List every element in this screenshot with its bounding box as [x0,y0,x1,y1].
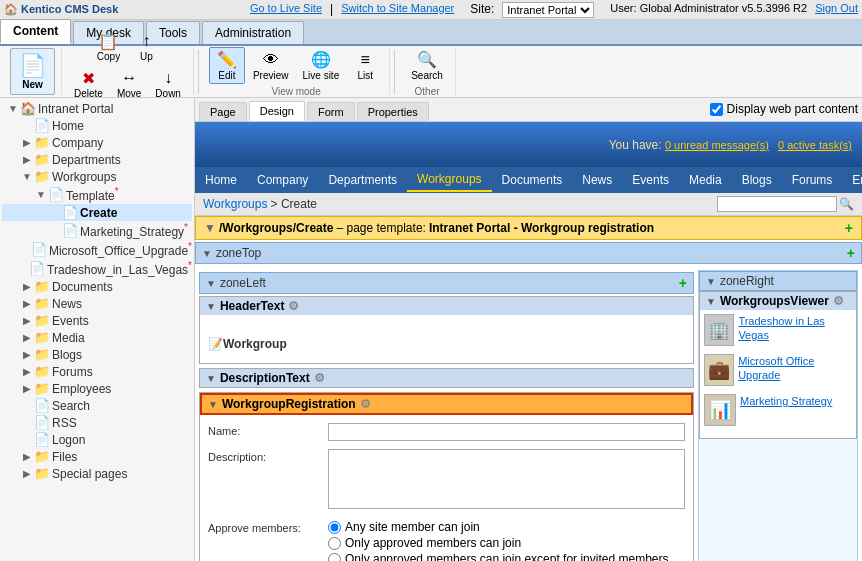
registration-settings-icon[interactable]: ⚙ [360,397,371,411]
search-icon[interactable]: 🔍 [839,197,854,211]
nav-news[interactable]: News [572,169,622,191]
live-site-button[interactable]: 🌐 Live site [297,47,346,84]
nav-forums[interactable]: Forums [782,169,843,191]
form-description-row: Description: [208,449,685,512]
sidebar-item-logon[interactable]: 📄 Logon [2,431,192,448]
sidebar-item-files[interactable]: ▶ 📁 Files [2,448,192,465]
search-button[interactable]: 🔍 Search [405,47,449,84]
sidebar-item-rss[interactable]: 📄 RSS [2,414,192,431]
up-button[interactable]: ↑ Up [128,28,164,65]
folder-icon: 📁 [34,152,50,167]
sidebar-item-create[interactable]: 📄 Create [2,204,192,221]
toggle-icon: ▶ [20,298,34,309]
zone-top-collapse[interactable]: ▼ [202,248,212,259]
viewer-settings-icon[interactable]: ⚙ [833,294,844,308]
zone-right-collapse[interactable]: ▼ [706,276,716,287]
sidebar-item-media[interactable]: ▶ 📁 Media [2,329,192,346]
sidebar-item-departments[interactable]: ▶ 📁 Departments [2,151,192,168]
zone-right-area: ▼ zoneRight ▼ WorkgroupsViewer ⚙ [698,270,858,561]
sidebar-item-search[interactable]: 📄 Search [2,397,192,414]
nav-home[interactable]: Home [195,169,247,191]
search-input[interactable] [717,196,837,212]
sidebar-item-events[interactable]: ▶ 📁 Events [2,312,192,329]
registration-label: WorkgroupRegistration [222,397,356,411]
folder-icon: 📁 [34,135,50,150]
approve-radio-1[interactable] [328,521,341,534]
sidebar-item-employees[interactable]: ▶ 📁 Employees [2,380,192,397]
sidebar-item-blogs[interactable]: ▶ 📁 Blogs [2,346,192,363]
zone-top-left: ▼ zoneTop [202,246,261,260]
nav-blogs[interactable]: Blogs [732,169,782,191]
preview-button[interactable]: 👁 Preview [247,47,295,84]
sidebar-item-home[interactable]: 📄 Home [2,117,192,134]
workgroup-link-2[interactable]: Microsoft Office Upgrade [738,355,814,381]
form-name-field [328,423,685,441]
move-button[interactable]: ↔ Move [111,65,147,102]
sidebar-item-tradeshow[interactable]: 📄 Tradeshow_in_Las_Vegas* [2,259,192,278]
go-to-live-site-link[interactable]: Go to Live Site [250,2,322,18]
folder-icon: 📁 [34,313,50,328]
delete-button[interactable]: ✖ Delete [68,65,109,102]
tab-form[interactable]: Form [307,102,355,121]
descriptiontext-settings-icon[interactable]: ⚙ [314,371,325,385]
add-template-icon[interactable]: + [845,220,853,236]
sidebar-label-home: Home [52,119,84,133]
sidebar-item-news[interactable]: ▶ 📁 News [2,295,192,312]
sidebar-label-microsoft: Microsoft_Office_Upgrade* [49,241,192,258]
new-button[interactable]: 📄 New [10,48,55,95]
nav-workgroups[interactable]: Workgroups [407,168,491,192]
headertext-settings-icon[interactable]: ⚙ [288,299,299,313]
zone-left-add-icon[interactable]: + [679,275,687,291]
form-approve-row: Approve members: Any site member can joi… [208,520,685,561]
approve-label-3: Only approved members can join except fo… [345,552,668,561]
zone-right-label: zoneRight [720,274,774,288]
sidebar-item-special-pages[interactable]: ▶ 📁 Special pages [2,465,192,482]
folder-icon: 📁 [34,449,50,464]
sidebar-item-marketing[interactable]: 📄 Marketing_Strategy* [2,221,192,240]
switch-to-site-manager-link[interactable]: Switch to Site Manager [341,2,454,18]
zone-left-collapse[interactable]: ▼ [206,278,216,289]
nav-employees[interactable]: Employees [842,169,862,191]
active-tasks-link[interactable]: 0 active task(s) [778,139,852,151]
edit-button[interactable]: ✏️ Edit [209,47,245,84]
form-description-field [328,449,685,512]
workgroup-heading: 📝Workgroup [204,319,689,359]
nav-departments[interactable]: Departments [318,169,407,191]
sign-out-link[interactable]: Sign Out [815,2,858,18]
breadcrumb-workgroups-link[interactable]: Workgroups [203,197,267,211]
tab-properties[interactable]: Properties [357,102,429,121]
descriptiontext-collapse[interactable]: ▼ [206,373,216,384]
sidebar-item-intranet-portal[interactable]: ▼ 🏠 Intranet Portal [2,100,192,117]
nav-tab-content[interactable]: Content [0,19,71,44]
sidebar-label-marketing: Marketing_Strategy* [80,222,188,239]
sidebar-item-workgroups[interactable]: ▼ 📁 Workgroups [2,168,192,185]
site-select[interactable]: Intranet Portal [502,2,594,18]
form-name-input[interactable] [328,423,685,441]
unread-messages-link[interactable]: 0 unread message(s) [665,139,769,151]
nav-media[interactable]: Media [679,169,732,191]
workgroup-link-3[interactable]: Marketing Strategy [740,395,832,407]
viewer-collapse[interactable]: ▼ [706,296,716,307]
approve-radio-2[interactable] [328,537,341,550]
copy-button[interactable]: 📋 Copy [90,28,126,65]
display-webpart-checkbox[interactable] [710,103,723,116]
form-description-textarea[interactable] [328,449,685,509]
sidebar-item-forums[interactable]: ▶ 📁 Forums [2,363,192,380]
tab-design[interactable]: Design [249,101,305,121]
tab-page[interactable]: Page [199,102,247,121]
zone-top-add-icon[interactable]: + [847,245,855,261]
list-button[interactable]: ≡ List [347,47,383,84]
headertext-collapse[interactable]: ▼ [206,301,216,312]
nav-documents[interactable]: Documents [492,169,573,191]
registration-collapse[interactable]: ▼ [208,399,218,410]
sidebar-item-microsoft[interactable]: 📄 Microsoft_Office_Upgrade* [2,240,192,259]
workgroup-link-1[interactable]: Tradeshow in Las Vegas [738,315,824,341]
sidebar-item-documents[interactable]: ▶ 📁 Documents [2,278,192,295]
approve-radio-3[interactable] [328,553,341,562]
sidebar-item-company[interactable]: ▶ 📁 Company [2,134,192,151]
sidebar-item-template[interactable]: ▼ 📄 Template* [2,185,192,204]
nav-tab-administration[interactable]: Administration [202,21,304,44]
nav-events[interactable]: Events [622,169,679,191]
down-button[interactable]: ↓ Down [149,65,187,102]
nav-company[interactable]: Company [247,169,318,191]
